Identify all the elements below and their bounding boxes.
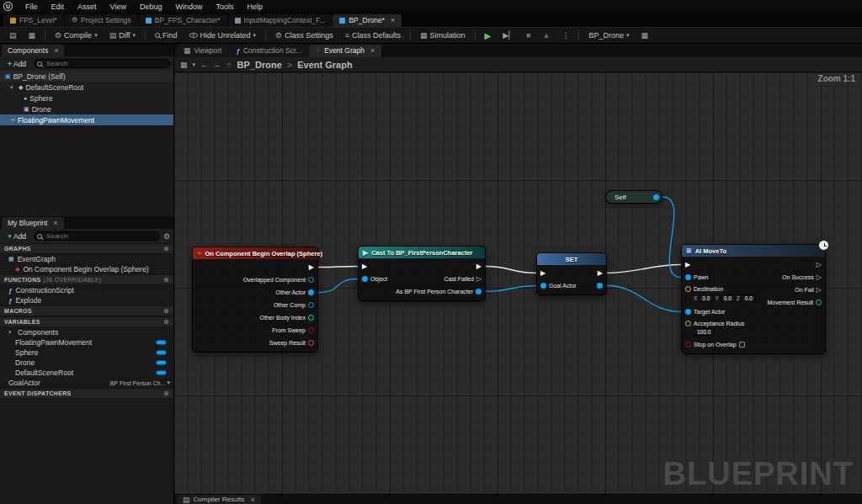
- hit-result-pin[interactable]: [308, 340, 314, 346]
- graph-type-icon[interactable]: ▦: [180, 61, 188, 69]
- variable-category-components[interactable]: ▾ Components: [0, 327, 173, 337]
- unreal-logo-icon[interactable]: U: [3, 2, 13, 11]
- eject-button[interactable]: ▲: [538, 29, 556, 41]
- object-type-pill[interactable]: [156, 350, 167, 355]
- int-pin[interactable]: [308, 315, 314, 321]
- node-on-component-begin-overlap[interactable]: ◆ On Component Begin Overlap (Sphere) ▶ …: [192, 247, 318, 353]
- object-pin[interactable]: [308, 289, 314, 295]
- find-button[interactable]: Find: [150, 29, 183, 41]
- node-self[interactable]: Self: [605, 190, 662, 204]
- tab-fps-level[interactable]: FPS_Level*: [3, 14, 64, 27]
- exec-out-pin[interactable]: ▶: [309, 264, 314, 271]
- my-blueprint-tab[interactable]: My Blueprint ×: [2, 217, 64, 229]
- tab-project-settings[interactable]: ⚙ Project Settings: [65, 14, 138, 27]
- expand-caret-icon[interactable]: ▾: [8, 329, 14, 336]
- macros-section-header[interactable]: MACROS ⊕: [0, 305, 173, 316]
- expand-caret-icon[interactable]: ▾: [10, 84, 16, 91]
- tab-bp-drone[interactable]: BP_Drone* ×: [333, 14, 402, 27]
- object-pin[interactable]: [362, 276, 368, 282]
- my-blueprint-search-input[interactable]: [34, 231, 160, 241]
- object-pin[interactable]: [685, 274, 691, 280]
- menu-help[interactable]: Help: [241, 2, 269, 12]
- breadcrumb-current[interactable]: Event Graph: [297, 60, 352, 70]
- play-button[interactable]: ▶: [480, 29, 497, 42]
- node-ai-move-to[interactable]: ▣ AI MoveTo ▶ Pawn: [681, 244, 826, 354]
- tree-item-sphere[interactable]: ● Sphere: [0, 93, 173, 103]
- object-type-pill[interactable]: [156, 340, 167, 345]
- tab-bp-fps-character[interactable]: BP_FPS_Character*: [139, 14, 227, 27]
- event-dispatchers-section-header[interactable]: EVENT DISPATCHERS ⊕: [0, 388, 173, 399]
- graphs-section-header[interactable]: GRAPHS ⊕: [0, 243, 173, 254]
- object-pin[interactable]: [308, 277, 314, 283]
- add-component-button[interactable]: + Add: [3, 59, 30, 69]
- stop-on-overlap-checkbox[interactable]: [739, 342, 745, 347]
- variable-goalactor[interactable]: GoalActor BP First Person Ch... ▾: [0, 378, 173, 388]
- tab-input-mapping-context[interactable]: InputMappingContext_F...: [228, 14, 333, 27]
- variable-type-dropdown[interactable]: BP First Person Ch... ▾: [110, 379, 170, 386]
- variable-sphere[interactable]: Sphere: [0, 347, 173, 358]
- destination-y-input[interactable]: 0.0: [721, 294, 735, 302]
- add-variable-icon[interactable]: ⊕: [163, 318, 169, 326]
- exec-out-pin[interactable]: ▶: [476, 263, 482, 270]
- exec-out-pin[interactable]: ▶: [598, 270, 603, 277]
- destination-x-input[interactable]: 0.0: [699, 294, 713, 302]
- menu-tools[interactable]: Tools: [210, 2, 239, 12]
- exec-in-pin[interactable]: ▶: [685, 262, 690, 268]
- graph-item-eventgraph[interactable]: ▦ EventGraph: [0, 254, 173, 264]
- components-search-input[interactable]: [34, 59, 170, 68]
- add-graph-icon[interactable]: ⊕: [163, 245, 169, 252]
- destination-z-input[interactable]: 0.0: [742, 294, 756, 302]
- compiler-results-tab[interactable]: ▤ Compiler Results ×: [177, 495, 261, 504]
- close-icon[interactable]: ×: [391, 16, 395, 24]
- object-pin[interactable]: [653, 194, 659, 200]
- object-pin[interactable]: [540, 283, 546, 289]
- breadcrumb-root[interactable]: BP_Drone: [237, 60, 282, 70]
- cast-failed-exec-pin[interactable]: ▷: [476, 276, 482, 283]
- save-icon[interactable]: ▤: [4, 29, 22, 41]
- close-icon[interactable]: ×: [53, 219, 57, 227]
- object-type-pill[interactable]: [156, 370, 167, 375]
- add-function-icon[interactable]: ⊕: [163, 276, 169, 284]
- tree-item-bp-drone-self[interactable]: ▣ BP_Drone (Self): [0, 71, 173, 82]
- components-tab[interactable]: Components ×: [2, 45, 64, 56]
- hide-unrelated-button[interactable]: Hide Unrelated ▾: [184, 29, 262, 41]
- object-pin[interactable]: [476, 289, 482, 294]
- tab-event-graph[interactable]: ⁘ Event Graph ×: [309, 45, 381, 57]
- diff-button[interactable]: ▤ Diff ▾: [104, 29, 141, 41]
- tree-item-defaultsceneroot[interactable]: ▾ ◆ DefaultSceneRoot: [0, 82, 173, 93]
- close-icon[interactable]: ×: [54, 46, 58, 55]
- variables-section-header[interactable]: VARIABLES ⊕: [0, 316, 173, 327]
- enum-pin[interactable]: [816, 300, 822, 305]
- exec-in-pin[interactable]: ▶: [540, 270, 545, 277]
- browse-to-asset-icon[interactable]: ▦: [24, 29, 41, 41]
- event-graph-canvas[interactable]: Zoom 1:1 BLUEPRINT Self: [174, 72, 862, 494]
- bool-pin[interactable]: [685, 342, 691, 347]
- on-success-exec-pin[interactable]: ▷: [817, 274, 822, 281]
- debug-browse-icon[interactable]: ▦: [636, 29, 654, 41]
- class-defaults-button[interactable]: ≡ Class Defaults: [340, 29, 406, 41]
- node-cast-to-bp-firstpersoncharacter[interactable]: ▶ Cast To BP_FirstPersonCharacter ▶ ▶ Ob…: [358, 246, 486, 301]
- stop-button[interactable]: ■: [521, 29, 535, 41]
- debug-object-dropdown[interactable]: BP_Drone ▾: [583, 29, 634, 41]
- variable-floatingpawnmovement[interactable]: FloatingPawnMovement: [0, 337, 173, 347]
- nav-forward-icon[interactable]: →: [213, 61, 221, 69]
- exec-in-pin[interactable]: ▶: [362, 263, 367, 270]
- object-type-pill[interactable]: [156, 360, 167, 365]
- close-icon[interactable]: ×: [250, 496, 254, 504]
- functions-section-header[interactable]: FUNCTIONS(26 OVERRIDABLE) ⊕: [0, 274, 173, 285]
- vector-pin[interactable]: [685, 286, 691, 292]
- float-pin[interactable]: [685, 321, 691, 326]
- class-settings-button[interactable]: ⚙ Class Settings: [270, 29, 338, 41]
- object-out-pin[interactable]: [597, 283, 603, 289]
- menu-view[interactable]: View: [104, 2, 132, 12]
- variable-defaultsceneroot[interactable]: DefaultSceneRoot: [0, 368, 173, 378]
- menu-debug[interactable]: Debug: [134, 2, 168, 12]
- acceptance-radius-input[interactable]: 100.0: [694, 328, 714, 336]
- compile-button[interactable]: ⚙ Compile ▾: [50, 29, 103, 41]
- tree-item-drone[interactable]: ▣ Drone: [0, 103, 173, 114]
- node-set-goal-actor[interactable]: SET ▶ ▶ Goal Actor: [536, 252, 607, 295]
- menu-window[interactable]: Window: [169, 2, 208, 12]
- menu-asset[interactable]: Asset: [72, 2, 103, 12]
- menu-file[interactable]: File: [19, 2, 44, 12]
- function-item-explode[interactable]: ƒ Explode: [0, 295, 173, 305]
